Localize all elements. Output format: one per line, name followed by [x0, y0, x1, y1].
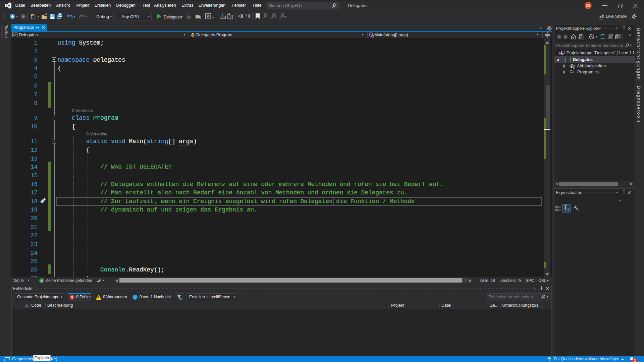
svg-text:?: ?: [245, 14, 247, 18]
svg-text:A: A: [565, 206, 567, 209]
svg-text:Z: Z: [565, 209, 566, 212]
